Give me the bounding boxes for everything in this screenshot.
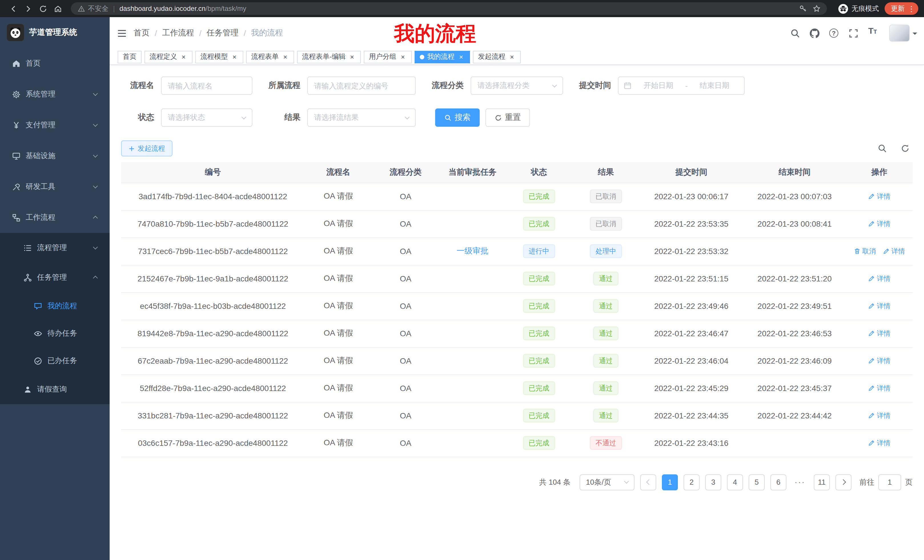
page-button-5[interactable]: 5: [748, 474, 765, 490]
sidebar-item-infrastructure[interactable]: 基础设施: [0, 141, 110, 171]
breadcrumb-item[interactable]: 首页: [134, 28, 150, 38]
user-menu[interactable]: [889, 24, 917, 42]
tab-home[interactable]: 首页: [118, 51, 142, 63]
tab-my-process[interactable]: 我的流程×: [415, 51, 470, 63]
submit-time-cell: 2022-01-22 23:45:29: [640, 374, 743, 402]
sidebar-item-system[interactable]: 系统管理: [0, 79, 110, 109]
detail-link[interactable]: 详情: [868, 383, 891, 393]
tab-user-group[interactable]: 用户分组×: [364, 51, 412, 63]
search-toggle-icon[interactable]: [875, 141, 890, 156]
breadcrumb-item[interactable]: 工作流程: [162, 28, 194, 38]
app-logo[interactable]: 芋道管理系统: [0, 17, 110, 48]
page-button-1[interactable]: 1: [662, 474, 678, 490]
detail-link[interactable]: 详情: [868, 356, 891, 366]
page-size-select[interactable]: 10条/页: [580, 474, 634, 490]
bookmark-star-icon[interactable]: [810, 2, 824, 15]
tab-close-icon[interactable]: ×: [458, 53, 465, 60]
not-secure-indicator[interactable]: 不安全: [78, 4, 108, 13]
sidebar-item-process-management[interactable]: 流程管理: [0, 233, 110, 263]
font-size-icon[interactable]: TT: [865, 26, 880, 40]
cancel-link[interactable]: 取消: [854, 247, 876, 256]
page-jump-input[interactable]: [878, 474, 901, 490]
tab-close-icon[interactable]: ×: [282, 53, 289, 60]
tab-process-form[interactable]: 流程表单×: [246, 51, 294, 63]
sidebar-item-leave-query[interactable]: 请假查询: [0, 374, 110, 404]
table-refresh-icon[interactable]: [898, 141, 913, 156]
sidebar-item-payment[interactable]: 支付管理: [0, 109, 110, 141]
page-button-6[interactable]: 6: [770, 474, 786, 490]
tab-process-definition[interactable]: 流程定义×: [144, 51, 192, 63]
tab-close-icon[interactable]: ×: [180, 53, 188, 60]
submit-time-range-picker[interactable]: 开始日期 - 结束日期: [618, 76, 745, 95]
help-icon[interactable]: ?: [826, 26, 841, 40]
status-field: 状态 请选择状态: [121, 108, 252, 127]
process-name-input[interactable]: [161, 76, 252, 95]
detail-link[interactable]: 详情: [868, 192, 891, 202]
status-cell: 已完成: [506, 183, 572, 210]
page-button-4[interactable]: 4: [727, 474, 743, 490]
breadcrumb-item[interactable]: 任务管理: [207, 28, 239, 38]
page-button-3[interactable]: 3: [705, 474, 721, 490]
column-header: 结束时间: [743, 162, 846, 183]
sidebar-item-done-tasks[interactable]: 已办任务: [0, 347, 110, 374]
task-cell: [439, 429, 506, 457]
detail-link[interactable]: 详情: [868, 219, 891, 229]
browser-home-icon[interactable]: [50, 1, 65, 16]
detail-link[interactable]: 详情: [868, 274, 891, 284]
chevron-down-icon: [552, 82, 557, 87]
search-button[interactable]: 搜索: [435, 108, 480, 127]
detail-link[interactable]: 详情: [868, 439, 891, 448]
result-select[interactable]: 请选择流结果: [307, 108, 416, 127]
process-def-input[interactable]: [307, 76, 416, 95]
current-task-link[interactable]: 一级审批: [457, 246, 489, 255]
tab-close-icon[interactable]: ×: [348, 53, 356, 60]
incognito-icon: [838, 4, 848, 13]
browser-back-icon[interactable]: [6, 1, 21, 16]
header-search-icon[interactable]: [788, 26, 802, 40]
address-bar[interactable]: 不安全 | dashboard.yudao.iocoder.cn/bpm/tas…: [71, 2, 827, 15]
reset-button[interactable]: 重置: [485, 108, 530, 127]
pagination-ellipsis[interactable]: ···: [792, 478, 808, 487]
page-button-11[interactable]: 11: [814, 474, 830, 490]
status-tag: 已完成: [523, 354, 555, 368]
tab-label: 流程表单-编辑: [302, 52, 345, 61]
browser-update-button[interactable]: 更新 ⋮: [885, 2, 918, 15]
sidebar-item-my-process[interactable]: 我的流程: [0, 292, 110, 320]
status-select[interactable]: 请选择状态: [161, 108, 252, 127]
sidebar-item-todo-tasks[interactable]: 待办任务: [0, 320, 110, 347]
update-label: 更新: [891, 4, 904, 13]
github-icon[interactable]: [807, 26, 822, 40]
create-process-button[interactable]: 发起流程: [121, 141, 172, 156]
detail-link[interactable]: 详情: [868, 301, 891, 311]
page-button-2[interactable]: 2: [684, 474, 700, 490]
sidebar-toggle-icon[interactable]: [110, 17, 134, 49]
tab-close-icon[interactable]: ×: [231, 53, 238, 60]
browser-menu-icon[interactable]: ⋮: [908, 5, 915, 12]
chevron-down-icon: [93, 245, 98, 250]
tab-process-model[interactable]: 流程模型×: [195, 51, 243, 63]
sidebar-item-workflow[interactable]: 工作流程: [0, 202, 110, 233]
next-page-button[interactable]: [836, 474, 852, 490]
avatar[interactable]: [889, 24, 910, 42]
category-field: 流程分类 请选择流程分类: [429, 76, 563, 95]
tab-label: 发起流程: [478, 52, 506, 61]
tab-close-icon[interactable]: ×: [508, 53, 516, 60]
tab-close-icon[interactable]: ×: [399, 53, 406, 60]
browser-reload-icon[interactable]: [35, 1, 50, 16]
detail-link[interactable]: 详情: [868, 411, 891, 421]
prev-page-button[interactable]: [640, 474, 656, 490]
category-select[interactable]: 请选择流程分类: [471, 76, 563, 95]
sidebar-item-task-management[interactable]: 任务管理: [0, 263, 110, 292]
tab-process-form-edit[interactable]: 流程表单-编辑×: [297, 51, 361, 63]
sidebar-item-label: 系统管理: [26, 89, 56, 99]
detail-link[interactable]: 详情: [883, 247, 905, 256]
status-cell: 已完成: [506, 292, 572, 320]
fullscreen-icon[interactable]: [846, 26, 861, 40]
sidebar-item-home[interactable]: 首页: [0, 48, 110, 79]
sidebar-item-devtools[interactable]: 研发工具: [0, 171, 110, 202]
browser-forward-icon[interactable]: [21, 1, 35, 16]
detail-link[interactable]: 详情: [868, 329, 891, 338]
password-key-icon[interactable]: [796, 2, 810, 15]
annotation-text: 我的流程: [394, 21, 476, 46]
tab-start-process[interactable]: 发起流程×: [473, 51, 521, 63]
